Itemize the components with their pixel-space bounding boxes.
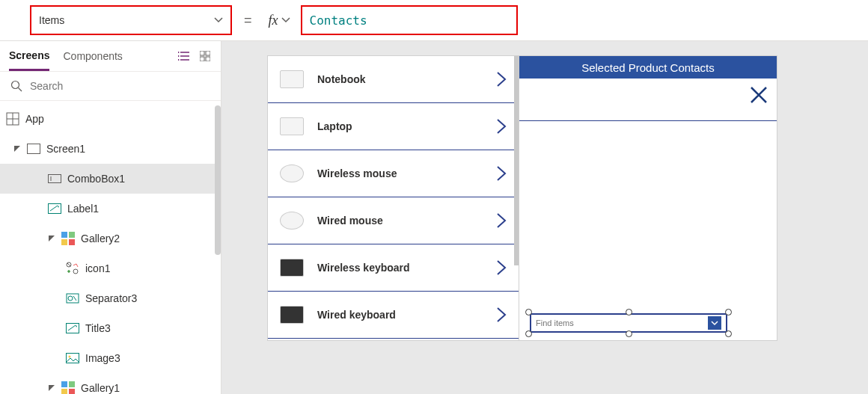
gallery-item-title: Wired mouse (317, 215, 483, 227)
scrollbar[interactable] (215, 105, 221, 255)
chevron-right-icon (496, 259, 507, 276)
product-thumb (280, 259, 304, 277)
gallery-item-title: Laptop (317, 120, 483, 132)
tree-label: Image3 (85, 352, 120, 364)
resize-handle[interactable] (525, 309, 532, 315)
product-thumb (280, 306, 304, 324)
svg-rect-24 (69, 381, 75, 387)
close-icon[interactable] (748, 84, 769, 108)
expand-icon[interactable] (13, 145, 21, 153)
chevron-down-icon[interactable] (708, 316, 721, 330)
svg-rect-23 (61, 381, 67, 387)
tree-label: icon1 (85, 262, 110, 274)
fx-dropdown[interactable]: fx (264, 5, 295, 35)
pane-header: Selected Product Contacts (519, 56, 777, 79)
main-area: Screens Components App (0, 41, 868, 394)
gallery-item-title: Notebook (317, 73, 483, 85)
svg-point-22 (69, 356, 71, 358)
tree-item-app[interactable]: App (0, 104, 221, 134)
svg-point-7 (12, 81, 19, 89)
svg-rect-5 (200, 57, 204, 61)
tree-item-screen1[interactable]: Screen1 (0, 134, 221, 164)
svg-rect-9 (28, 144, 40, 154)
tree-panel: Screens Components App (0, 41, 221, 394)
app-preview: Notebook Laptop Wireless mouse Wired mou… (268, 56, 777, 340)
tree-label: Screen1 (46, 143, 85, 155)
svg-rect-25 (61, 389, 67, 394)
svg-rect-12 (61, 232, 67, 238)
svg-rect-21 (67, 354, 79, 363)
resize-handle[interactable] (626, 309, 632, 315)
svg-rect-6 (206, 57, 210, 61)
product-thumb (280, 212, 304, 230)
tree-options-icon[interactable] (177, 49, 191, 63)
tree-label: Label1 (67, 203, 99, 215)
property-dropdown[interactable]: Items (30, 5, 232, 35)
grid-view-icon[interactable] (198, 49, 212, 63)
product-thumb (280, 117, 304, 135)
gallery-item[interactable]: Wired keyboard (268, 292, 519, 339)
formula-input[interactable] (310, 13, 509, 28)
right-pane: Selected Product Contacts (519, 56, 777, 340)
svg-rect-3 (200, 51, 204, 55)
svg-point-2 (178, 59, 180, 61)
svg-rect-26 (69, 389, 75, 394)
tree-item-icon1[interactable]: icon1 (0, 253, 221, 283)
svg-rect-15 (69, 239, 75, 245)
svg-rect-14 (61, 239, 67, 245)
product-thumb (280, 164, 304, 182)
tree-label: Gallery2 (81, 233, 120, 244)
tree-search (0, 71, 221, 101)
combobox-selected[interactable] (528, 312, 729, 334)
tree-label: ComboBox1 (67, 173, 125, 185)
tab-screens[interactable]: Screens (9, 41, 49, 71)
chevron-right-icon (496, 165, 507, 182)
svg-point-17 (73, 269, 78, 274)
gallery-item[interactable]: Laptop (268, 103, 519, 150)
tree-item-separator3[interactable]: Separator3 (0, 283, 221, 313)
canvas: Notebook Laptop Wireless mouse Wired mou… (221, 41, 868, 394)
gallery-item-title: Wireless keyboard (317, 262, 483, 274)
svg-rect-11 (49, 204, 61, 214)
gallery-item[interactable]: Wired mouse (268, 197, 519, 244)
gallery-item[interactable]: Wireless mouse (268, 150, 519, 197)
svg-rect-4 (206, 51, 210, 55)
scrollbar[interactable] (514, 56, 519, 265)
chevron-down-icon (214, 16, 223, 25)
tree-item-gallery1[interactable]: Gallery1 (0, 373, 221, 394)
svg-point-19 (68, 296, 73, 301)
tree-item-title3[interactable]: Title3 (0, 313, 221, 343)
combobox-text[interactable] (536, 318, 708, 327)
formula-bar: Items = fx (0, 0, 868, 41)
tree-item-image3[interactable]: Image3 (0, 343, 221, 373)
gallery-item[interactable]: Wireless keyboard (268, 244, 519, 292)
tree-view: App Screen1 ComboBox1 Label1 Gallery2 (0, 101, 221, 394)
resize-handle[interactable] (725, 330, 732, 337)
resize-handle[interactable] (626, 330, 632, 337)
search-input[interactable] (30, 80, 210, 92)
svg-rect-20 (67, 324, 79, 333)
formula-input-container (301, 5, 518, 35)
svg-point-0 (178, 52, 180, 53)
equals-label: = (244, 13, 252, 28)
tab-components[interactable]: Components (63, 41, 122, 71)
tree-item-combobox1[interactable]: ComboBox1 (0, 164, 221, 194)
gallery-item-title: Wired keyboard (317, 309, 483, 321)
product-thumb (280, 70, 304, 88)
tree-item-label1[interactable]: Label1 (0, 194, 221, 224)
tree-item-gallery2[interactable]: Gallery2 (0, 224, 221, 253)
expand-icon[interactable] (48, 235, 55, 242)
property-name: Items (39, 14, 64, 26)
gallery-item[interactable]: Notebook (268, 56, 519, 103)
tree-label: Separator3 (85, 292, 137, 304)
resize-handle[interactable] (525, 330, 532, 337)
gallery-list[interactable]: Notebook Laptop Wireless mouse Wired mou… (268, 56, 519, 340)
expand-icon[interactable] (48, 384, 55, 392)
chevron-right-icon (496, 71, 507, 87)
resize-handle[interactable] (725, 309, 732, 315)
svg-rect-13 (69, 232, 75, 238)
gallery-item-title: Wireless mouse (317, 167, 483, 179)
separator-line (519, 120, 777, 121)
search-icon (10, 80, 22, 92)
tree-label: Gallery1 (81, 382, 120, 394)
